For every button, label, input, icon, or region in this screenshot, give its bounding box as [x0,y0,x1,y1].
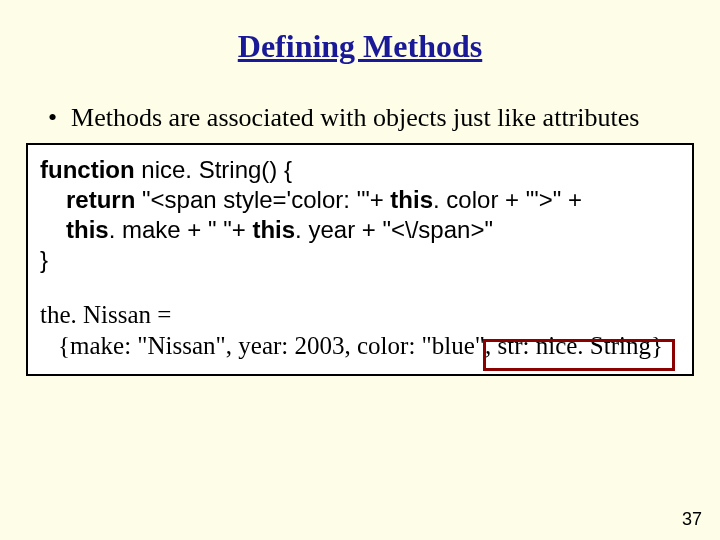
keyword-this-2: this [66,216,109,243]
keyword-this-1: this [390,186,433,213]
line3-b: . year + "<\/span>" [295,216,493,243]
slide: Defining Methods Methods are associated … [0,0,720,540]
code-line-3: this. make + " "+ this. year + "<\/span>… [40,215,680,245]
func-sig: nice. String() { [135,156,292,183]
slide-title: Defining Methods [18,28,702,65]
code-box: function nice. String() { return "<span … [26,143,694,376]
line3-a: . make + " "+ [109,216,253,243]
ret-part1: "<span style='color: '"+ [135,186,390,213]
bullet-methods: Methods are associated with objects just… [48,103,690,133]
keyword-function: function [40,156,135,183]
code-line-2: return "<span style='color: '"+ this. co… [40,185,680,215]
highlight-str-method [483,339,675,371]
code-line-1: function nice. String() { [40,155,680,185]
page-number: 37 [682,509,702,530]
code-line-4: } [40,245,680,275]
keyword-return: return [66,185,135,215]
keyword-this-3: this [252,216,295,243]
code-line-5: the. Nissan = [40,299,680,330]
ret-part2: . color + "'>" + [433,186,582,213]
